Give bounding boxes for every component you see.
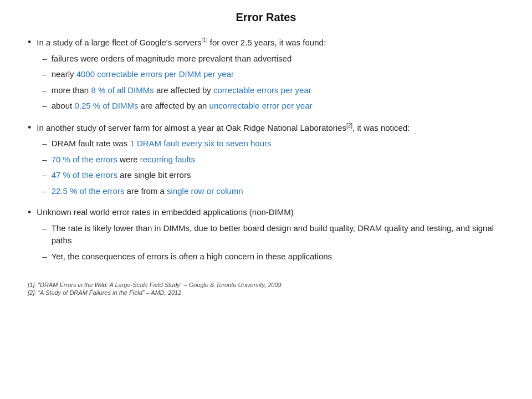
sub-item-1-3-text: more than 8 % of all DIMMs are affected … (52, 84, 311, 97)
highlight-47pct: 47 % of the errors (52, 170, 117, 180)
sub-item-2-2: – 70 % of the errors were recurring faul… (42, 154, 410, 166)
bullet-3-main: Unknown real world error rates in embedd… (37, 207, 294, 217)
bullet-1: • In a study of a large fleet of Google'… (28, 36, 504, 116)
dash-icon: – (42, 84, 47, 97)
bullet-dot-1: • (28, 37, 31, 48)
bullet-3-sublist: – The rate is likely lower than in DIMMs… (42, 222, 504, 263)
sub-item-1-2-text: nearly 4000 correctable errors per DIMM … (52, 68, 234, 81)
main-content: • In a study of a large fleet of Google'… (22, 36, 510, 296)
page-title: Error Rates (22, 11, 510, 24)
highlight-recurring: recurring faults (140, 155, 195, 164)
highlight-dram-fault: 1 DRAM fault every six to seven hours (130, 139, 271, 148)
sub-item-2-2-text: 70 % of the errors were recurring faults (52, 154, 195, 166)
sub-item-3-1-text: The rate is likely lower than in DIMMs, … (52, 222, 504, 247)
sub-item-2-1: – DRAM fault rate was 1 DRAM fault every… (42, 137, 410, 150)
dash-icon: – (42, 169, 47, 182)
bullet-2-sublist: – DRAM fault rate was 1 DRAM fault every… (42, 137, 410, 197)
bullet-2-text: In another study of server farm for almo… (37, 121, 410, 201)
dash-icon: – (42, 222, 47, 235)
highlight-4000: 4000 correctable errors per DIMM per yea… (76, 69, 234, 79)
bullet-2-main: In another study of server farm for almo… (37, 123, 410, 132)
bullet-2: • In another study of server farm for al… (28, 121, 504, 201)
bullet-1-sublist: – failures were orders of magnitude more… (42, 53, 326, 112)
dash-icon: – (42, 137, 47, 150)
bullet-dot-2: • (28, 122, 31, 134)
ref-1: [1] (202, 37, 208, 43)
highlight-correctable: correctable errors per year (213, 85, 311, 95)
bullet-3: • Unknown real world error rates in embe… (28, 206, 504, 266)
sub-item-2-1-text: DRAM fault rate was 1 DRAM fault every s… (52, 137, 272, 150)
highlight-025pct: 0.25 % of DIMMs (74, 101, 138, 110)
sub-item-1-1: – failures were orders of magnitude more… (42, 53, 326, 65)
footnotes: [1]: “DRAM Errors in the Wild: A Large-S… (28, 282, 504, 296)
highlight-225pct: 22.5 % of the errors (52, 186, 125, 196)
highlight-single-row: single row or column (167, 186, 243, 196)
highlight-uncorrectable: uncorrectable error per year (209, 101, 313, 110)
bullet-1-text: In a study of a large fleet of Google's … (37, 36, 326, 116)
sub-item-2-4: – 22.5 % of the errors are from a single… (42, 185, 410, 198)
sub-item-2-3: – 47 % of the errors are single bit erro… (42, 169, 410, 182)
sub-item-3-2: – Yet, the consequences of errors is oft… (42, 250, 504, 263)
sub-item-1-1-text: failures were orders of magnitude more p… (52, 53, 292, 65)
dash-icon: – (42, 250, 47, 263)
bullet-3-text: Unknown real world error rates in embedd… (37, 206, 504, 266)
bullet-dot-3: • (28, 207, 31, 218)
sub-item-2-3-text: 47 % of the errors are single bit errors (52, 169, 191, 182)
dash-icon: – (42, 53, 47, 65)
bullet-1-main: In a study of a large fleet of Google's … (37, 38, 326, 47)
dash-icon: – (42, 154, 47, 166)
dash-icon: – (42, 185, 47, 198)
sub-item-1-3: – more than 8 % of all DIMMs are affecte… (42, 84, 326, 97)
ref-2: [2] (346, 122, 352, 129)
sub-item-1-4: – about 0.25 % of DIMMs are affected by … (42, 100, 326, 112)
sub-item-3-1: – The rate is likely lower than in DIMMs… (42, 222, 504, 247)
footnote-2: [2]: “A Study of DRAM Failures in the Fi… (28, 289, 504, 296)
sub-item-1-4-text: about 0.25 % of DIMMs are affected by an… (52, 100, 313, 112)
sub-item-3-2-text: Yet, the consequences of errors is often… (52, 250, 332, 263)
highlight-8pct: 8 % of all DIMMs (91, 85, 154, 95)
dash-icon: – (42, 68, 47, 81)
dash-icon: – (42, 100, 47, 112)
highlight-70pct: 70 % of the errors (52, 155, 117, 164)
sub-item-1-2: – nearly 4000 correctable errors per DIM… (42, 68, 326, 81)
sub-item-2-4-text: 22.5 % of the errors are from a single r… (52, 185, 243, 198)
footnote-1: [1]: “DRAM Errors in the Wild: A Large-S… (28, 282, 504, 288)
